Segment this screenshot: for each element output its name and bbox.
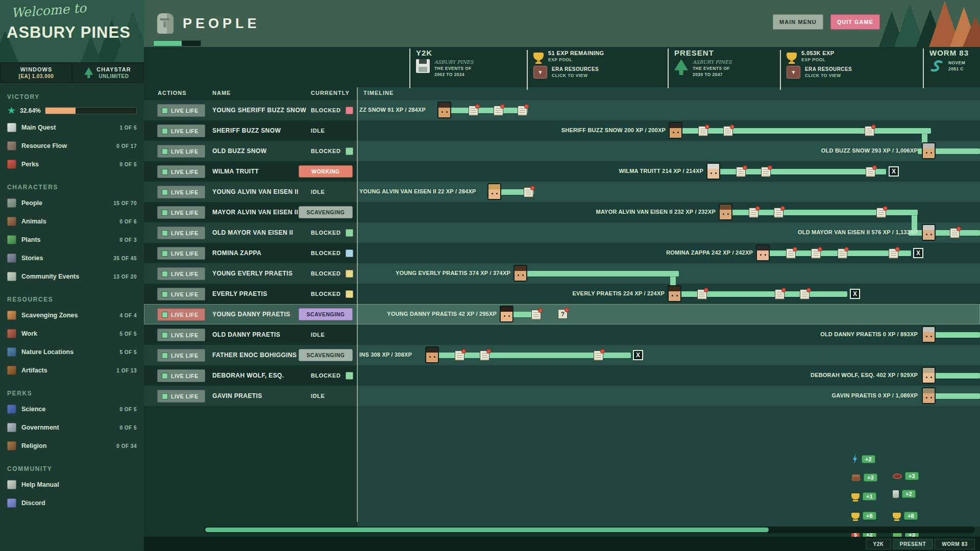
death-marker-icon[interactable]: X xyxy=(850,289,860,299)
sidebar-item-nature-locations[interactable]: Nature Locations5 OF 5 xyxy=(0,343,144,361)
character-portrait[interactable] xyxy=(437,102,451,118)
era-tab-worm-83[interactable]: WORM 83 xyxy=(935,539,975,549)
portrait-eyes xyxy=(442,111,443,113)
sidebar-item-label: Discord xyxy=(21,499,132,507)
sidebar-item-people[interactable]: People15 OF 70 xyxy=(0,194,144,212)
sidebar-item-perks[interactable]: Perks0 OF 5 xyxy=(0,155,144,173)
sidebar-item-science[interactable]: Science0 OF 5 xyxy=(0,400,144,418)
sidebar-item-resource-flow[interactable]: Resource Flow0 OF 17 xyxy=(0,137,144,155)
timeline-xp-label: OLD MAYOR VAN EISEN II 576 XP / 1,133XP xyxy=(798,229,918,235)
sidebar-item-count: 13 OF 20 xyxy=(113,274,137,280)
windows-version-badge: WINDOWS [EA] 1.03.000 xyxy=(1,63,71,82)
quit-game-button[interactable]: QUIT GAME xyxy=(830,14,880,30)
character-portrait[interactable] xyxy=(668,285,681,302)
era-block-present: PRESENT ASBURY PINES THE EVENTS OF 2030 … xyxy=(668,48,778,88)
sidebar-item-scavenging-zones[interactable]: Scavenging Zones4 OF 4 xyxy=(0,306,144,324)
timeline-xp-label: GAVIN PRAETIS 0 XP / 1,089XP xyxy=(832,392,918,398)
portrait-eyes xyxy=(710,172,712,174)
note-icon[interactable] xyxy=(800,289,810,299)
note-icon[interactable] xyxy=(950,228,960,238)
sidebar-item-discord[interactable]: Discord xyxy=(0,494,144,512)
sidebar-item-animals[interactable]: Animals0 OF 6 xyxy=(0,212,144,231)
sidebar-item-count: 15 OF 70 xyxy=(113,201,137,206)
note-icon[interactable] xyxy=(838,248,847,259)
character-portrait[interactable] xyxy=(425,346,439,363)
character-portrait[interactable] xyxy=(756,244,770,261)
character-portrait[interactable] xyxy=(706,163,720,180)
character-portrait[interactable] xyxy=(513,265,527,282)
section-title-characters: CHARACTERS xyxy=(7,184,137,191)
note-icon[interactable] xyxy=(811,248,821,259)
timeline-bar xyxy=(444,108,528,113)
sidebar-item-artifacts[interactable]: Artifacts1 OF 13 xyxy=(0,361,144,380)
character-portrait[interactable] xyxy=(922,224,936,241)
timeline-xp-label: YOUNG DANNY PRAETIS 42 XP / 295XP xyxy=(387,311,497,317)
sidebar-item-count: 5 OF 5 xyxy=(119,349,137,355)
timeline-xp-label: SHERIFF BUZZ SNOW 200 XP / 200XP xyxy=(561,127,666,133)
note-icon[interactable] xyxy=(524,187,533,197)
note-icon[interactable] xyxy=(697,289,707,299)
death-marker-icon[interactable]: X xyxy=(889,166,899,177)
note-icon[interactable] xyxy=(774,208,783,218)
note-icon[interactable] xyxy=(469,106,478,116)
sidebar-item-label: Government xyxy=(21,424,114,431)
note-icon[interactable] xyxy=(761,167,771,177)
timeline-scrollbar[interactable] xyxy=(204,527,975,533)
note-icon[interactable] xyxy=(518,106,527,116)
scrollbar-thumb[interactable] xyxy=(205,528,769,532)
portrait-eyes xyxy=(926,336,927,337)
sidebar-item-stories[interactable]: Stories35 OF 45 xyxy=(0,249,144,267)
sidebar-item-work[interactable]: Work5 OF 5 xyxy=(0,324,144,343)
character-portrait[interactable] xyxy=(719,204,732,220)
death-marker-icon[interactable]: X xyxy=(913,248,923,258)
sidebar-item-plants[interactable]: Plants0 OF 3 xyxy=(0,231,144,249)
note-icon[interactable] xyxy=(775,289,785,299)
note-icon[interactable] xyxy=(455,350,464,361)
victory-progress-bar xyxy=(45,107,137,114)
timeline-bar xyxy=(909,230,980,236)
note-icon[interactable] xyxy=(889,248,898,259)
plant-icon xyxy=(7,235,16,244)
era-tab-y2k[interactable]: Y2K xyxy=(866,539,891,549)
timeline-xp-label: YOUNG EVERLY PRAETIS 374 XP / 374XP xyxy=(396,270,510,276)
note-icon[interactable] xyxy=(749,208,758,218)
character-portrait[interactable] xyxy=(922,142,936,159)
sidebar-item-government[interactable]: Government0 OF 5 xyxy=(0,418,144,437)
note-icon[interactable] xyxy=(736,167,746,177)
sidebar-item-religion[interactable]: Religion0 OF 34 xyxy=(0,437,144,455)
unknown-event-icon[interactable]: ? xyxy=(558,309,568,319)
character-portrait[interactable] xyxy=(669,122,682,139)
note-icon[interactable] xyxy=(531,310,541,320)
main-menu-button[interactable]: MAIN MENU xyxy=(773,14,823,30)
note-icon[interactable] xyxy=(494,106,503,116)
note-icon[interactable] xyxy=(480,350,489,361)
character-portrait[interactable] xyxy=(922,387,936,404)
character-portrait[interactable] xyxy=(922,367,936,384)
section-title-victory: VICTORY xyxy=(7,93,137,101)
note-icon[interactable] xyxy=(723,126,733,136)
sidebar-item-label: Resource Flow xyxy=(21,142,111,149)
note-icon[interactable] xyxy=(876,208,886,218)
sidebar-item-count: 0 OF 5 xyxy=(119,425,137,431)
era-resources-button[interactable]: ▼ xyxy=(787,66,800,79)
era-tab-bar: Y2KPRESENTWORM 83 xyxy=(144,537,980,551)
death-marker-icon[interactable]: X xyxy=(633,350,643,360)
sidebar-item-main-quest[interactable]: Main Quest1 OF 5 xyxy=(0,118,144,137)
era-resources-button[interactable]: ▼ xyxy=(533,66,547,79)
note-icon[interactable] xyxy=(594,350,603,361)
column-divider xyxy=(357,87,358,522)
sidebar-item-help-manual[interactable]: Help Manual xyxy=(0,475,144,494)
note-icon[interactable] xyxy=(865,126,874,136)
character-portrait[interactable] xyxy=(487,183,501,200)
top-bar: PEOPLE MAIN MENU QUIT GAME xyxy=(144,0,980,47)
era-block-y2k: Y2K ASBURY PINES THE EVENTS OF 2002 TO 2… xyxy=(409,48,526,88)
note-icon[interactable] xyxy=(786,248,796,259)
note-icon[interactable] xyxy=(866,167,875,177)
character-portrait[interactable] xyxy=(500,306,513,322)
era-tab-present[interactable]: PRESENT xyxy=(893,539,933,549)
tree-icon xyxy=(674,59,688,75)
sidebar-item-community-events[interactable]: Community Events13 OF 20 xyxy=(0,267,144,286)
character-portrait[interactable] xyxy=(922,326,936,343)
timeline-xp-label: YOUNG ALVIN VAN EISEN II 22 XP / 284XP xyxy=(359,188,476,194)
note-icon[interactable] xyxy=(698,126,708,136)
